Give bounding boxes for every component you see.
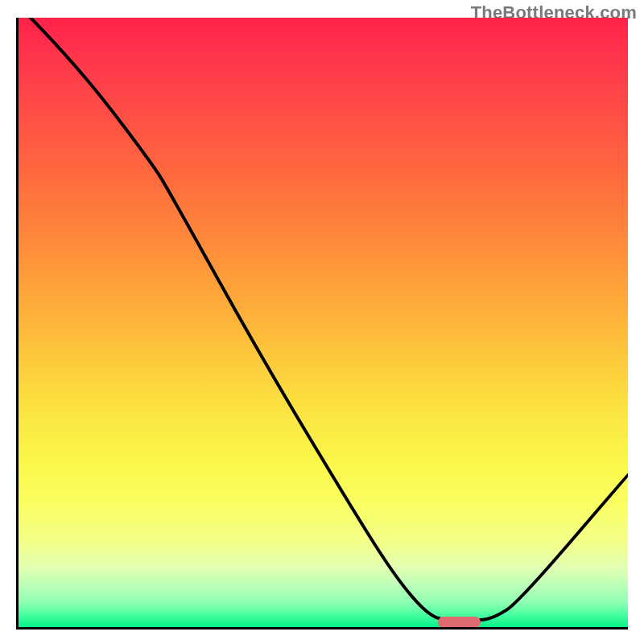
curve-path [19, 18, 628, 621]
optimal-marker-pill [438, 617, 481, 628]
bottleneck-curve [19, 18, 628, 627]
plot-area [16, 18, 628, 630]
chart-frame: TheBottleneck.com [0, 0, 644, 644]
